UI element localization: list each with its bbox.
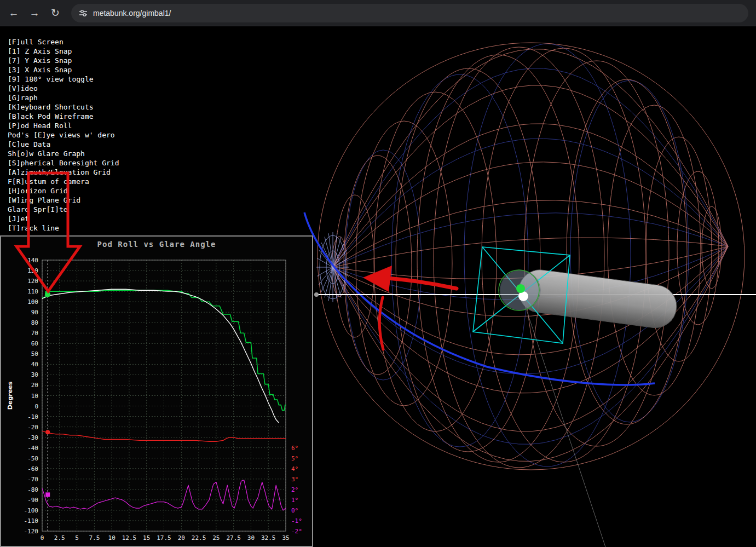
shortcut-menu-item[interactable]: [F]ull Screen [8, 37, 119, 47]
series-marker [45, 292, 50, 297]
svg-text:40: 40 [31, 361, 38, 368]
svg-text:110: 110 [27, 288, 38, 295]
shortcut-menu-item[interactable]: [A]zimuth/Elevation Grid [8, 168, 119, 177]
svg-text:80: 80 [31, 319, 38, 326]
right-axis-label: 1° [291, 497, 298, 504]
svg-text:30: 30 [247, 534, 255, 542]
svg-text:-40: -40 [27, 445, 38, 452]
svg-text:27.5: 27.5 [226, 534, 241, 542]
shortcut-menu-item[interactable]: [G]raph [8, 93, 119, 102]
graph-ylabel: Degrees [7, 381, 14, 410]
svg-text:-110: -110 [24, 517, 39, 525]
svg-text:100: 100 [27, 298, 38, 306]
svg-text:5: 5 [75, 534, 79, 542]
forward-button[interactable]: → [25, 4, 44, 22]
svg-text:70: 70 [31, 330, 38, 337]
svg-text:140: 140 [27, 257, 38, 264]
shortcut-menu-item[interactable]: [W]ing Plane Grid [8, 195, 119, 205]
svg-text:-30: -30 [27, 434, 38, 441]
right-axis-label: -2° [291, 528, 302, 535]
svg-text:50: 50 [31, 350, 38, 358]
svg-text:0: 0 [34, 403, 38, 410]
right-axis-label: 4° [291, 465, 298, 473]
shortcut-menu-item[interactable]: [J]et [8, 214, 119, 223]
svg-text:-70: -70 [27, 476, 38, 483]
site-settings-icon[interactable] [79, 9, 88, 18]
shortcut-menu-item[interactable]: [P]od Head Roll [8, 121, 119, 130]
series-glare-angle-smooth [42, 289, 279, 423]
svg-text:35: 35 [282, 534, 289, 542]
svg-text:20: 20 [178, 534, 185, 542]
right-axis-label: 3° [291, 476, 298, 483]
graph-axis-labels: 1401301201101009080706050403020100-10-20… [24, 257, 290, 542]
shortcut-menu-item[interactable]: [7] Y Axis Snap [8, 56, 119, 65]
shortcut-menu-item[interactable]: Glare Spr[I]te [8, 205, 119, 214]
svg-text:-100: -100 [24, 507, 39, 514]
svg-text:10: 10 [108, 534, 116, 542]
series-marker [45, 430, 50, 434]
shortcut-menu-item[interactable]: F[R]ustum of camera [8, 177, 119, 186]
right-axis-label: 2° [291, 486, 298, 493]
right-axis-label: -1° [291, 517, 302, 525]
shortcut-menu-item[interactable]: [V]ideo [8, 84, 119, 93]
svg-text:-80: -80 [27, 486, 38, 493]
svg-text:20: 20 [31, 382, 38, 389]
svg-text:25: 25 [212, 534, 220, 542]
right-axis-label: 6° [291, 445, 298, 452]
browser-window: ← → ↻ metabunk.org/gimbal1/ [F]ull Scree… [0, 0, 756, 547]
shortcut-menu-item[interactable]: [K]eyboard Shortcuts [8, 102, 119, 112]
shortcut-menu-item[interactable]: [3] X Axis Snap [8, 65, 119, 74]
right-axis-label: 5° [291, 455, 298, 462]
svg-text:-10: -10 [27, 413, 38, 421]
svg-text:90: 90 [31, 309, 38, 316]
glare-graph-plot: 1401301201101009080706050403020100-10-20… [1, 237, 312, 546]
shortcut-menu-item[interactable]: Sh[o]w Glare Graph [8, 149, 119, 158]
shortcut-menu-item[interactable]: [H]orizon Grid [8, 186, 119, 195]
svg-text:120: 120 [27, 278, 38, 285]
svg-text:-50: -50 [27, 455, 38, 462]
svg-text:30: 30 [31, 371, 38, 378]
right-axis-label: 0° [291, 507, 298, 514]
svg-text:10: 10 [31, 393, 38, 400]
browser-toolbar: ← → ↻ metabunk.org/gimbal1/ [0, 0, 756, 26]
svg-text:60: 60 [31, 340, 38, 347]
svg-text:-120: -120 [24, 528, 39, 535]
series-magenta-series [42, 480, 286, 510]
back-button[interactable]: ← [4, 4, 23, 22]
shortcut-menu-item[interactable]: [1] Z Axis Snap [8, 47, 119, 56]
svg-text:15: 15 [143, 534, 150, 542]
glare-graph-panel: Pod Roll vs Glare Angle 1401301201101009… [0, 235, 313, 547]
shortcut-menu-item[interactable]: [B]ack Pod Wireframe [8, 112, 119, 121]
svg-text:7.5: 7.5 [89, 534, 100, 542]
svg-text:-90: -90 [27, 497, 38, 504]
svg-text:-20: -20 [27, 424, 38, 431]
svg-text:130: 130 [27, 267, 38, 274]
svg-text:32.5: 32.5 [261, 534, 276, 542]
series-marker [45, 492, 50, 497]
reload-button[interactable]: ↻ [46, 4, 65, 22]
svg-text:22.5: 22.5 [192, 534, 206, 542]
shortcut-menu: [F]ull Screen[1] Z Axis Snap[7] Y Axis S… [8, 37, 119, 233]
shortcut-menu-item[interactable]: [S]pherical Boresight Grid [8, 158, 119, 168]
svg-text:12.5: 12.5 [122, 534, 137, 542]
url-text[interactable]: metabunk.org/gimbal1/ [93, 9, 171, 18]
shortcut-menu-item[interactable]: [T]rack line [8, 223, 119, 233]
shortcut-menu-item[interactable]: [C]ue Data [8, 140, 119, 149]
svg-text:17.5: 17.5 [157, 534, 171, 542]
address-bar[interactable]: metabunk.org/gimbal1/ [71, 4, 748, 22]
shortcut-menu-item[interactable]: Pod's [E]ye views w' dero [8, 130, 119, 140]
svg-text:0: 0 [41, 534, 44, 542]
graph-grid [42, 260, 286, 531]
shortcut-menu-item[interactable]: [9] 180° view toggle [8, 74, 119, 84]
svg-text:2.5: 2.5 [54, 534, 65, 542]
svg-text:-60: -60 [27, 465, 38, 473]
